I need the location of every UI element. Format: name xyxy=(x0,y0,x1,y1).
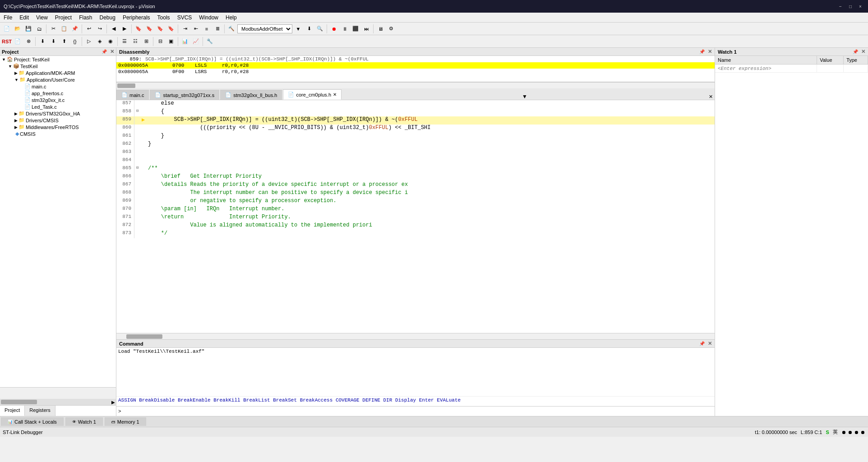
tb-cut[interactable]: ✂ xyxy=(48,24,58,34)
disasm-close[interactable]: ✕ xyxy=(708,49,712,54)
tb-d2[interactable]: ⊗ xyxy=(23,37,33,46)
tb-open[interactable]: 📂 xyxy=(13,24,23,34)
tb-step-in[interactable]: ⬇ xyxy=(37,37,47,46)
tb-mem[interactable]: ⊟ xyxy=(155,37,165,46)
tab-registers[interactable]: Registers xyxy=(25,406,55,416)
tb-list3[interactable]: ⊞ xyxy=(141,37,151,46)
tb-perf[interactable]: 📊 xyxy=(180,37,190,46)
command-input-row[interactable]: > xyxy=(116,406,715,416)
close-all-icon[interactable]: ✕ xyxy=(707,94,715,99)
drivers-hal-arrow[interactable]: ▶ xyxy=(14,111,18,116)
tab-main-c[interactable]: 📄 main.c xyxy=(116,90,149,100)
mdk-arm-arrow[interactable]: ▶ xyxy=(14,71,18,75)
tab-core[interactable]: 📄 core_cm0plus.h ✕ xyxy=(283,89,342,100)
watch-pin[interactable]: 📌 xyxy=(853,49,858,54)
user-core-arrow[interactable]: ▼ xyxy=(14,78,18,82)
fold-860[interactable] xyxy=(136,125,142,133)
tree-root[interactable]: ▼ 🏠 Project: TestKeil xyxy=(0,56,116,63)
tb-indent4[interactable]: ≣ xyxy=(212,24,222,34)
drivers-cmsis-arrow[interactable]: ▶ xyxy=(14,118,18,123)
project-hscroll-thumb[interactable] xyxy=(1,400,37,404)
fold-873[interactable] xyxy=(136,230,142,238)
tb-step-over[interactable]: ⬇ xyxy=(48,37,58,46)
menu-edit[interactable]: Edit xyxy=(16,14,32,22)
menu-project[interactable]: Project xyxy=(51,14,75,22)
bottom-tab-memory1[interactable]: 🗃 Memory 1 xyxy=(105,417,146,426)
freertos-arrow[interactable]: ▶ xyxy=(14,125,18,129)
menu-flash[interactable]: Flash xyxy=(75,14,96,22)
fold-872[interactable] xyxy=(136,222,142,230)
minimize-button[interactable]: − xyxy=(836,2,845,10)
tb-saveall[interactable]: 🗂 xyxy=(34,24,44,34)
fold-868[interactable] xyxy=(136,189,142,198)
tb-view[interactable]: 🖥 xyxy=(375,24,385,34)
tb-ext[interactable]: 🔧 xyxy=(205,37,215,46)
project-close[interactable]: ✕ xyxy=(110,49,114,54)
tb-bp2[interactable]: 🔖 xyxy=(144,24,154,34)
fold-862[interactable] xyxy=(136,141,142,149)
menu-debug[interactable]: Debug xyxy=(96,14,119,22)
disasm-hscroll-thumb[interactable] xyxy=(117,83,135,88)
menu-help[interactable]: Help xyxy=(222,14,240,22)
window-controls[interactable]: − □ × xyxy=(836,2,864,10)
tb-run[interactable]: ⏺ xyxy=(329,24,339,34)
command-close[interactable]: ✕ xyxy=(708,341,712,346)
command-input[interactable] xyxy=(123,409,713,414)
editor-hscrollbar[interactable] xyxy=(116,333,715,339)
target-combo[interactable]: ModbusAddrOffset xyxy=(237,24,292,33)
fold-871[interactable] xyxy=(136,214,142,222)
disasm-pin[interactable]: 📌 xyxy=(699,49,705,54)
tree-app-freertos[interactable]: 📄 app_freertos.c xyxy=(0,90,116,97)
maximize-button[interactable]: □ xyxy=(846,2,854,10)
tb-copy[interactable]: 📋 xyxy=(59,24,69,34)
tb-bp1[interactable]: 🔖 xyxy=(134,24,143,34)
fold-864[interactable] xyxy=(136,157,142,165)
watch-close[interactable]: ✕ xyxy=(861,49,865,54)
tree-freertos[interactable]: ▶ 📁 Middlewares/FreeRTOS xyxy=(0,124,116,130)
tree-user-core[interactable]: ▼ 📁 Application/User/Core xyxy=(0,76,116,83)
tb-build-icon[interactable]: 🔨 xyxy=(226,24,236,34)
tb-new[interactable]: 📄 xyxy=(2,24,12,34)
fold-859[interactable] xyxy=(136,116,142,125)
menu-peripherals[interactable]: Peripherals xyxy=(119,14,154,22)
tb-step-out[interactable]: ⬆ xyxy=(59,37,69,46)
tb-save[interactable]: 💾 xyxy=(23,24,33,34)
tree-drivers-cmsis[interactable]: ▶ 📁 Drivers/CMSIS xyxy=(0,117,116,124)
tree-main-c[interactable]: 📄 main.c xyxy=(0,83,116,90)
tb-rst[interactable]: RST xyxy=(2,37,12,46)
watch-expr-input[interactable] xyxy=(718,66,814,71)
tab-bus[interactable]: 📄 stm32g0xx_ll_bus.h xyxy=(220,90,282,100)
tb-nav-back[interactable]: ◀ xyxy=(109,24,119,34)
tb-indent3[interactable]: ≡ xyxy=(202,24,212,34)
bottom-tab-watch1[interactable]: 👁 Watch 1 xyxy=(65,417,103,426)
tb-undo[interactable]: ↩ xyxy=(84,24,94,34)
tb-bp4[interactable]: 🔖 xyxy=(166,24,176,34)
tree-stm32-it[interactable]: 📄 stm32g0xx_it.c xyxy=(0,97,116,103)
project-hscrollbar[interactable]: ▶ xyxy=(0,399,116,405)
tb-debug2[interactable]: 🔍 xyxy=(315,24,325,34)
tab-startup[interactable]: 📄 startup_stm32g071xx.s xyxy=(150,90,219,100)
fold-869[interactable] xyxy=(136,198,142,206)
command-pin[interactable]: 📌 xyxy=(699,341,705,346)
tb-d1[interactable]: 📄 xyxy=(13,37,23,46)
tb-dbg3[interactable]: ◉ xyxy=(106,37,115,46)
tb-stop[interactable]: ⬛ xyxy=(351,24,360,34)
tree-mdk-arm[interactable]: ▶ 📁 Application/MDK-ARM xyxy=(0,69,116,76)
fold-861[interactable] xyxy=(136,133,142,141)
tb-pause[interactable]: ⏸ xyxy=(340,24,350,34)
tree-testkeil[interactable]: ▼ 📦 TestKeil xyxy=(0,63,116,69)
tab-project[interactable]: Project xyxy=(0,406,25,416)
fold-863[interactable] xyxy=(136,149,142,157)
tree-drivers-hal[interactable]: ▶ 📁 Drivers/STM32G0xx_HA xyxy=(0,110,116,117)
tab-scroll-btn[interactable]: ▼ xyxy=(520,93,529,100)
tb-bp3[interactable]: 🔖 xyxy=(155,24,165,34)
disasm-hscrollbar[interactable] xyxy=(116,82,715,88)
menu-window[interactable]: Window xyxy=(195,14,222,22)
fold-858[interactable]: ⊟ xyxy=(136,108,142,116)
testkeil-arrow[interactable]: ▼ xyxy=(8,64,12,69)
tb-run-to[interactable]: ▷ xyxy=(84,37,94,46)
tb-combo-btn[interactable]: ▼ xyxy=(293,24,303,34)
tab-core-close[interactable]: ✕ xyxy=(333,92,337,97)
fold-857[interactable] xyxy=(136,100,142,108)
tb-step[interactable]: ⏭ xyxy=(361,24,371,34)
